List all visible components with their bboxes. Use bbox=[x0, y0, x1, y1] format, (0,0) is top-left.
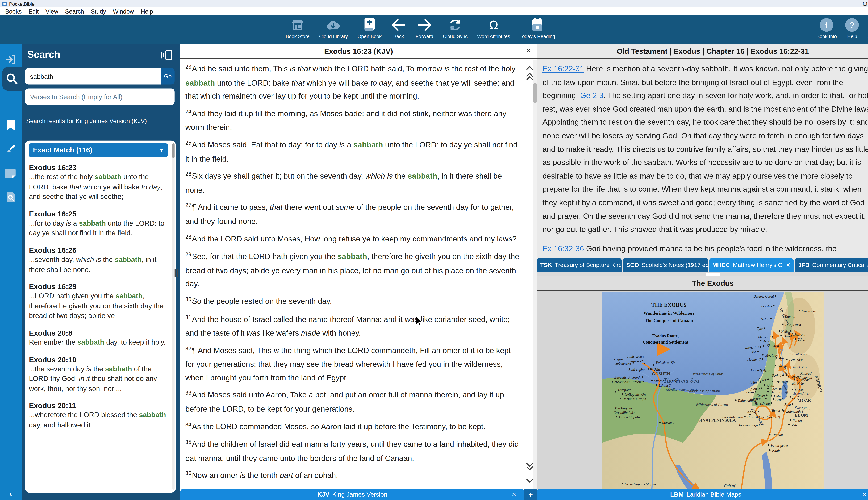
map-label: Rabbath- bbox=[800, 372, 813, 375]
map-label: Hazor bbox=[783, 334, 792, 338]
match-filter-dropdown[interactable]: Exact Match (116) ▼ bbox=[29, 144, 168, 157]
scripture-link[interactable]: Ex 16:22-31 bbox=[542, 65, 584, 73]
bookmark-icon[interactable] bbox=[0, 116, 22, 135]
verses-input[interactable]: Verses to Search (Empty for All) bbox=[25, 88, 175, 105]
sign-in-icon[interactable] bbox=[0, 50, 22, 69]
map-label: Heshbon bbox=[797, 378, 809, 382]
map-label: Hazaraddar (Hezron?) bbox=[747, 415, 780, 419]
close-icon[interactable]: ✕ bbox=[862, 491, 867, 497]
menu-item-search[interactable]: Search bbox=[64, 8, 89, 15]
verse-number: 25 bbox=[185, 139, 192, 146]
tab-kjv[interactable]: KJV King James Version ✕ bbox=[180, 489, 524, 500]
verse-30: 30So the people rested on the seventh da… bbox=[185, 295, 520, 309]
map-label: Crocodilopolis bbox=[619, 415, 640, 419]
maximize-button[interactable]: ▢ bbox=[857, 0, 868, 7]
search-result-item[interactable]: Exodus 20:10...the seventh day is the sa… bbox=[29, 355, 167, 394]
map-label: Conquest and Settlement bbox=[642, 340, 688, 344]
verse-number: 31 bbox=[185, 314, 192, 320]
sidebar-resize-handle[interactable] bbox=[175, 269, 179, 277]
search-result-item[interactable]: Exodus 16:29...LORD hath given you the s… bbox=[29, 283, 167, 321]
menu-item-edit[interactable]: Edit bbox=[27, 8, 44, 15]
scripture-link[interactable]: Ge 2:3 bbox=[580, 91, 603, 100]
scroll-down-icon[interactable] bbox=[526, 475, 533, 485]
back-button[interactable]: Back bbox=[391, 17, 406, 39]
tab-tsk[interactable]: TSKTreasury of Scripture Know bbox=[537, 258, 622, 272]
panel-layout-icon[interactable] bbox=[161, 50, 172, 62]
map-label: Ramses? bbox=[630, 359, 643, 363]
close-icon[interactable]: ✕ bbox=[786, 262, 790, 268]
go-button[interactable]: Go bbox=[161, 68, 174, 84]
highlighter-icon[interactable] bbox=[0, 139, 22, 159]
menu-item-help[interactable]: Help bbox=[139, 8, 158, 15]
forward-button[interactable]: Forward bbox=[415, 17, 433, 39]
map-label: SINAI PENINSULA bbox=[698, 418, 735, 423]
map-label: Etham ? bbox=[658, 384, 671, 387]
search-result-item[interactable]: Exodus 20:8Remember the sabbath day, to … bbox=[29, 329, 167, 348]
tab-sco[interactable]: SCOScofield's Notes (1917 ed) bbox=[623, 258, 708, 272]
menu-item-books[interactable]: Books bbox=[3, 8, 27, 15]
map-label: Dor bbox=[750, 350, 756, 354]
result-snippet: ...for to day is a sabbath unto the LORD… bbox=[29, 219, 167, 239]
sticky-note-icon[interactable] bbox=[0, 164, 22, 183]
map-label: Heroonpolis, Pithom bbox=[612, 380, 641, 384]
close-icon[interactable]: ✕ bbox=[526, 47, 531, 54]
document-search-icon[interactable] bbox=[0, 188, 22, 207]
result-reference: Exodus 16:23 bbox=[29, 163, 167, 172]
cloud-library-button[interactable]: Cloud Library bbox=[319, 17, 348, 39]
book-store-button[interactable]: Book Store bbox=[286, 17, 309, 39]
verse-23: 23And he said unto them, This is that wh… bbox=[185, 62, 520, 103]
map-label: Arad bbox=[775, 398, 783, 401]
verse-29: 29See, for that the LORD hath given you … bbox=[185, 250, 520, 291]
add-book-button[interactable]: + bbox=[524, 489, 537, 500]
map-label: Pelusium, Sin bbox=[655, 361, 675, 365]
verse-34: 34As the LORD commanded Moses, so Aaron … bbox=[185, 420, 520, 434]
verse-32: 32¶ And Moses said, This is the thing wh… bbox=[185, 344, 520, 385]
panel-splitter-handle[interactable] bbox=[537, 272, 868, 276]
toolbar: Book Store Cloud Library Open Book Back bbox=[0, 15, 868, 44]
search-result-item[interactable]: Exodus 16:23...the rest of the holy sabb… bbox=[29, 163, 167, 202]
map-label: Kedesh bbox=[781, 330, 791, 333]
menu-item-view[interactable]: View bbox=[44, 8, 64, 15]
results-scrollbar[interactable] bbox=[172, 144, 175, 490]
search-input[interactable]: sabbath bbox=[25, 68, 161, 84]
map-label: Ai bbox=[785, 373, 788, 377]
verse-number: 23 bbox=[185, 64, 192, 70]
menu-item-window[interactable]: Window bbox=[111, 8, 139, 15]
minimize-button[interactable]: – bbox=[841, 0, 857, 7]
open-book-button[interactable]: Open Book bbox=[357, 17, 381, 39]
todays-reading-button[interactable]: Today's Reading bbox=[520, 17, 555, 39]
tab-mhcc[interactable]: MHCCMatthew Henry's C✕ bbox=[709, 258, 794, 272]
book-info-button[interactable]: i Book Info bbox=[816, 17, 837, 39]
scripture-link[interactable]: Ex 16:32-36 bbox=[542, 244, 584, 253]
scroll-up-icon[interactable] bbox=[526, 62, 533, 72]
verse-33: 33And Moses said unto Aaron, Take a pot,… bbox=[185, 388, 520, 416]
word-attributes-button[interactable]: Ω Word Attributes bbox=[477, 17, 510, 39]
map-image[interactable]: THE EXODUSWanderings in WildernessThe Co… bbox=[537, 292, 868, 489]
collapse-rail-button[interactable]: ‹ bbox=[0, 488, 22, 499]
commentary-tabs: TSKTreasury of Scripture KnowSCOScofield… bbox=[537, 258, 868, 272]
map-label: Hor-haggidgad bbox=[737, 423, 759, 427]
search-result-item[interactable]: Exodus 20:11...wherefore the LORD blesse… bbox=[29, 401, 167, 431]
tab-jfb[interactable]: JFBCommentary Critical and E bbox=[795, 258, 868, 272]
search-match: sabbath bbox=[94, 173, 121, 181]
bible-scrollbar[interactable] bbox=[534, 60, 537, 489]
map-label: Timnah bbox=[772, 433, 783, 436]
search-panel-icon[interactable] bbox=[2, 67, 22, 91]
search-result-item[interactable]: Exodus 16:25...for to day is a sabbath u… bbox=[29, 209, 167, 239]
tab-lbm[interactable]: LBM Laridian Bible Maps ✕ bbox=[537, 489, 868, 500]
calendar-icon bbox=[532, 17, 543, 33]
back-arrow-icon bbox=[391, 17, 406, 33]
verse-number: 26 bbox=[185, 171, 192, 177]
map-label: Ashod bbox=[749, 381, 758, 385]
menu-bar: BooksEditViewSearchStudyWindowHelp bbox=[0, 7, 868, 15]
chevron-down-icon: ▼ bbox=[159, 148, 164, 153]
scroll-bottom-icon[interactable] bbox=[526, 463, 533, 473]
help-button[interactable]: ? Help bbox=[845, 17, 859, 39]
search-result-item[interactable]: Exodus 16:26...seventh day, which is the… bbox=[29, 246, 167, 275]
cloud-sync-button[interactable]: Cloud Sync bbox=[443, 17, 468, 39]
commentary-text: Ex 16:22-31 Here is mention of a seventh… bbox=[542, 62, 868, 257]
menu-item-study[interactable]: Study bbox=[89, 8, 111, 15]
scroll-top-icon[interactable] bbox=[526, 72, 533, 83]
close-icon[interactable]: ✕ bbox=[512, 491, 516, 497]
result-reference: Exodus 16:25 bbox=[29, 209, 167, 218]
